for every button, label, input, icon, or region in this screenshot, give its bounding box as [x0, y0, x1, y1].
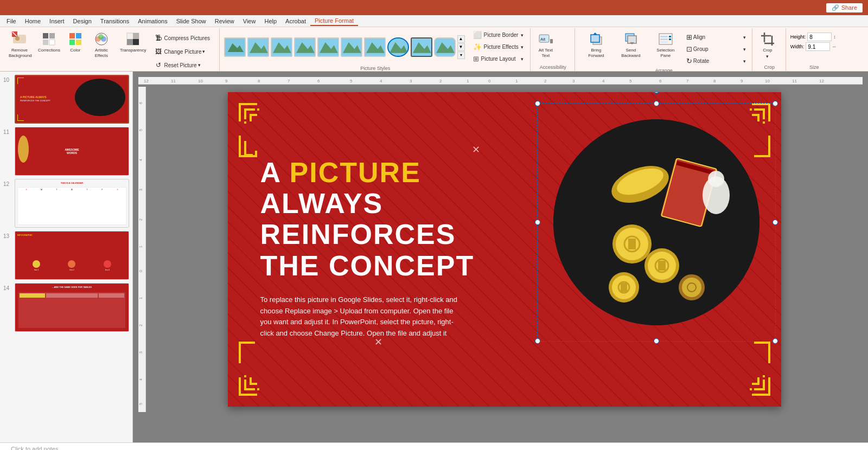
- slide-main[interactable]: ✕ ✕ A PICTURE ALWAYS REINFORCES THE CONC…: [228, 92, 781, 407]
- slide-thumb-13[interactable]: 13 INFOGRAPHIC Item 1 Item 2: [3, 231, 129, 280]
- height-input[interactable]: [807, 33, 832, 41]
- notes-area[interactable]: Click to add notes: [0, 442, 868, 450]
- menu-design[interactable]: Design: [69, 17, 96, 25]
- svg-rect-116: [244, 154, 253, 156]
- menu-transitions[interactable]: Transitions: [96, 17, 133, 25]
- slide-img-12: THIS IS A CALENDAR S M T W T F S: [15, 179, 129, 228]
- menu-help[interactable]: Help: [260, 17, 281, 25]
- menu-slideshow[interactable]: Slide Show: [172, 17, 210, 25]
- slide-panel: 10 A PICTURE ALWAYS REINFORCES THE CONCE…: [0, 72, 133, 442]
- height-row: Height: ↕: [790, 33, 837, 41]
- slide-text-area: A PICTURE ALWAYS REINFORCES THE CONCEPT …: [260, 157, 515, 339]
- pic-style-5[interactable]: [317, 37, 339, 57]
- svg-rect-115: [244, 141, 246, 156]
- slide-thumb-11[interactable]: 11 AWESOME WORDS: [3, 127, 129, 176]
- menu-acrobat[interactable]: Acrobat: [281, 17, 310, 25]
- svg-rect-61: [138, 77, 863, 85]
- slide-image-container[interactable]: [542, 108, 770, 336]
- slide-thumb-10[interactable]: 10 A PICTURE ALWAYS REINFORCES THE CONCE…: [3, 75, 129, 124]
- svg-rect-152: [754, 342, 770, 344]
- corrections-button[interactable]: Corrections: [35, 29, 63, 55]
- svg-rect-55: [669, 38, 671, 40]
- svg-rect-18: [133, 33, 139, 39]
- svg-text:3: 3: [572, 79, 575, 83]
- slide-thumb-14[interactable]: 14 ...AND THE SAME GOES FOR TABLES: [3, 283, 129, 332]
- reset-picture-button[interactable]: ↺ Reset Picture ▾: [151, 59, 216, 72]
- slide-img-10: A PICTURE ALWAYS REINFORCES THE CONCEPT: [15, 75, 129, 124]
- svg-rect-130: [239, 380, 241, 396]
- reset-picture-icon: ↺: [154, 60, 163, 70]
- svg-rect-147: [750, 388, 752, 390]
- align-button[interactable]: ⊞ Align ▾: [684, 31, 749, 43]
- picture-layout-button[interactable]: ⊞ Picture Layout ▾: [470, 53, 527, 65]
- svg-text:3: 3: [410, 79, 412, 83]
- svg-rect-142: [768, 380, 770, 396]
- menu-animations[interactable]: Animations: [133, 17, 171, 25]
- svg-text:1: 1: [139, 246, 143, 248]
- color-button[interactable]: Color: [65, 29, 86, 55]
- picture-border-button[interactable]: ⬜ Picture Border ▾: [470, 29, 527, 41]
- ribbon-picture-styles-group: ▲ ▼ ▾ ⬜ Picture Border ▾ ✨ Picture Effec…: [221, 28, 531, 71]
- ruler-top: 12 11 10 9 8 7 6 5 4 3 2 1 0 1 2 3 4 5 6…: [138, 77, 863, 85]
- svg-text:7: 7: [288, 79, 290, 83]
- gallery-scroll-up[interactable]: ▲: [457, 35, 465, 43]
- pic-style-10[interactable]: [434, 37, 456, 57]
- svg-rect-88: [138, 87, 146, 412]
- selection-pane-button[interactable]: Selection Pane: [649, 29, 682, 60]
- width-input[interactable]: [806, 42, 830, 51]
- menu-insert[interactable]: Insert: [45, 17, 69, 25]
- change-picture-button[interactable]: 🖼 Change Picture ▾: [151, 45, 216, 58]
- rotate-button[interactable]: ↻ Rotate ▾: [684, 55, 749, 67]
- titlebar: 🔗 Share: [0, 0, 868, 15]
- svg-text:1: 1: [515, 79, 518, 83]
- svg-rect-162: [628, 239, 636, 249]
- canvas-area[interactable]: 12 11 10 9 8 7 6 5 4 3 2 1 0 1 2 3 4 5 6…: [133, 72, 868, 442]
- svg-rect-105: [239, 119, 241, 121]
- svg-rect-108: [257, 108, 259, 111]
- menu-review[interactable]: Review: [210, 17, 239, 25]
- compress-pictures-button[interactable]: 🗜 Compress Pictures: [151, 31, 216, 44]
- slide-headline: A PICTURE ALWAYS REINFORCES THE CONCEPT: [260, 157, 515, 281]
- alt-text-button[interactable]: Alt Alt Text Text: [535, 29, 557, 60]
- pic-style-6[interactable]: [341, 37, 362, 57]
- svg-rect-53: [660, 41, 668, 43]
- gallery-expand[interactable]: ▾: [457, 52, 465, 59]
- picture-effects-button[interactable]: ✨ Picture Effects ▾: [470, 41, 527, 53]
- pic-style-1[interactable]: [224, 37, 246, 57]
- gallery-scroll-down[interactable]: ▼: [457, 43, 465, 51]
- transparency-button[interactable]: Transparency: [117, 29, 150, 55]
- menu-picture-format[interactable]: Picture Format: [310, 16, 358, 26]
- artistic-effects-button[interactable]: Artistic Effects: [87, 29, 116, 60]
- svg-rect-136: [244, 375, 246, 377]
- svg-rect-51: [660, 36, 668, 37]
- menu-view[interactable]: View: [239, 17, 260, 25]
- pic-style-9[interactable]: [411, 37, 432, 57]
- svg-rect-54: [669, 36, 671, 37]
- svg-rect-114: [255, 151, 257, 157]
- svg-rect-52: [660, 38, 668, 40]
- svg-marker-46: [593, 33, 597, 35]
- pic-style-7[interactable]: [364, 37, 386, 57]
- pic-style-8[interactable]: [387, 37, 409, 57]
- pic-style-2[interactable]: [247, 37, 269, 57]
- slide-thumb-12[interactable]: 12 THIS IS A CALENDAR S M T W T F S: [3, 179, 129, 228]
- svg-rect-17: [127, 33, 133, 39]
- share-button[interactable]: 🔗 Share: [826, 3, 863, 12]
- slide-num-13: 13: [3, 231, 12, 239]
- pic-style-3[interactable]: [271, 37, 292, 57]
- remove-background-button[interactable]: Remove Background: [5, 29, 34, 60]
- send-backward-button[interactable]: Send Backward: [614, 29, 648, 60]
- svg-text:8: 8: [258, 79, 260, 83]
- crop-button[interactable]: Crop ▾: [757, 29, 778, 61]
- bring-forward-button[interactable]: Bring Forward: [579, 29, 613, 60]
- cross-marker-1[interactable]: ✕: [472, 144, 480, 156]
- notes-placeholder: Click to add notes: [11, 446, 58, 451]
- transparency-icon: [125, 31, 141, 47]
- menu-home[interactable]: Home: [21, 17, 45, 25]
- svg-text:2: 2: [139, 218, 143, 221]
- menu-file[interactable]: File: [2, 17, 21, 25]
- pic-style-4[interactable]: [294, 37, 316, 57]
- picture-options-group: ⬜ Picture Border ▾ ✨ Picture Effects ▾ ⊞…: [470, 29, 527, 65]
- group-button[interactable]: ⊡ Group ▾: [684, 43, 749, 55]
- svg-rect-58: [764, 36, 772, 43]
